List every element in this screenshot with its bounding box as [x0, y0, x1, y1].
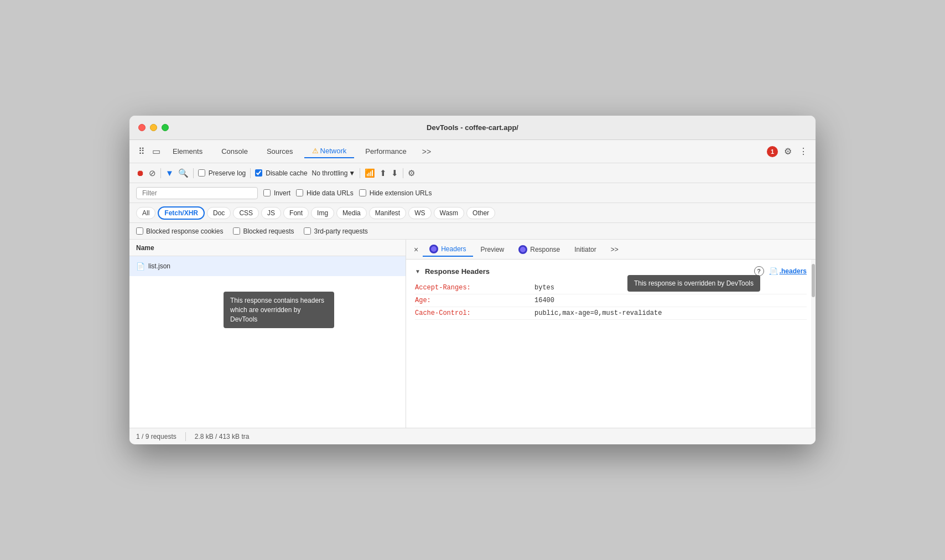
device-icon[interactable]: ▭	[150, 146, 162, 157]
disable-cache-checkbox[interactable]	[255, 169, 262, 177]
tab-response[interactable]: Response	[512, 243, 567, 256]
throttle-arrow: ▼	[349, 169, 355, 177]
header-row-cache-control: Cache-Control: public,max-age=0,must-rev…	[415, 307, 807, 320]
requests-header: Name	[129, 240, 406, 256]
blocked-cookies-label: Blocked response cookies	[146, 227, 223, 235]
separator4	[360, 168, 360, 178]
third-party-label: 3rd-party requests	[314, 227, 367, 235]
filter-manifest[interactable]: Manifest	[369, 207, 406, 219]
record-icon[interactable]: ⏺	[136, 168, 144, 178]
filter-all[interactable]: All	[136, 207, 155, 219]
filter-fetch-xhr[interactable]: Fetch/XHR	[158, 206, 205, 220]
headers-override-dot	[429, 245, 438, 253]
settings-icon[interactable]: ⚙	[782, 146, 793, 157]
tab-preview[interactable]: Preview	[474, 243, 511, 256]
name-column-header: Name	[136, 244, 154, 252]
tab-sources[interactable]: Sources	[259, 145, 301, 158]
filter-row: Invert Hide data URLs Hide extension URL…	[129, 183, 816, 203]
header-name-accept-ranges: Accept-Ranges:	[415, 284, 526, 292]
request-row[interactable]: 📄 list.json This response contains heade…	[129, 256, 406, 276]
header-name-cache-control: Cache-Control:	[415, 309, 526, 317]
statusbar: 1 / 9 requests 2.8 kB / 413 kB tra	[129, 428, 816, 444]
throttle-label: No throttling	[312, 169, 348, 177]
response-tooltip: This response is overridden by DevTools	[627, 275, 760, 292]
header-value-accept-ranges: bytes	[534, 284, 554, 292]
more-options-icon[interactable]: ⋮	[798, 146, 809, 157]
invert-checkbox[interactable]	[263, 189, 271, 196]
more-tabs-button[interactable]: >>	[418, 145, 435, 158]
details-tabs: × Headers Preview Response Initiator >>	[406, 240, 816, 260]
filter-ws[interactable]: WS	[408, 207, 431, 219]
tab-performance[interactable]: Performance	[357, 145, 414, 158]
scrollbar-thumb[interactable]	[812, 264, 815, 297]
hide-data-urls-checkbox-row[interactable]: Hide data URLs	[296, 189, 354, 197]
blocked-cookies-checkbox[interactable]	[136, 227, 143, 235]
filter-input[interactable]	[136, 187, 258, 199]
network-settings-icon[interactable]: ⚙	[408, 168, 415, 178]
tab-initiator[interactable]: Initiator	[568, 243, 603, 256]
tab-elements[interactable]: Elements	[165, 145, 210, 158]
request-count: 1 / 9 requests	[136, 433, 176, 440]
devtools-window: DevTools - coffee-cart.app/ ⠿ ▭ Elements…	[129, 116, 816, 444]
block-row: Blocked response cookies Blocked request…	[129, 223, 816, 240]
filter-icon[interactable]: ▼	[165, 168, 174, 178]
close-details-button[interactable]: ×	[411, 243, 422, 256]
clear-icon[interactable]: ⊘	[149, 168, 156, 178]
preserve-log-checkbox[interactable]	[198, 169, 205, 177]
filter-wasm[interactable]: Wasm	[434, 207, 465, 219]
tab-headers[interactable]: Headers	[423, 242, 472, 257]
search-icon[interactable]: 🔍	[178, 168, 189, 178]
filter-doc[interactable]: Doc	[207, 207, 231, 219]
scrollbar-track[interactable]	[811, 260, 816, 428]
window-controls	[138, 124, 169, 131]
invert-checkbox-row[interactable]: Invert	[263, 189, 290, 197]
filter-img[interactable]: Img	[311, 207, 334, 219]
details-panel: × Headers Preview Response Initiator >>	[406, 240, 816, 428]
header-name-age: Age:	[415, 297, 526, 304]
response-override-dot	[518, 245, 527, 254]
maximize-button[interactable]	[162, 124, 169, 131]
main-content: Name 📄 list.json This response contains …	[129, 240, 816, 428]
filter-media[interactable]: Media	[336, 207, 367, 219]
network-toolbar: ⏺ ⊘ ▼ 🔍 Preserve log Disable cache No th…	[129, 163, 816, 183]
separator5	[403, 168, 403, 178]
section-actions: ? 📄 .headers	[754, 266, 807, 276]
third-party-row[interactable]: 3rd-party requests	[304, 227, 367, 235]
headers-file-doc-icon: 📄	[770, 267, 778, 275]
invert-label: Invert	[274, 189, 290, 197]
tab-preview-label: Preview	[481, 246, 505, 253]
tab-more[interactable]: >>	[604, 243, 625, 256]
toolbar-right: 1 ⚙ ⋮	[767, 146, 809, 157]
blocked-requests-row[interactable]: Blocked requests	[233, 227, 294, 235]
close-button[interactable]	[138, 124, 146, 131]
hide-ext-urls-checkbox-row[interactable]: Hide extension URLs	[359, 189, 432, 197]
hide-data-urls-checkbox[interactable]	[296, 189, 303, 196]
tab-more-label: >>	[611, 246, 619, 253]
disable-cache-checkbox-row[interactable]: Disable cache	[255, 169, 307, 177]
blocked-requests-checkbox[interactable]	[233, 227, 240, 235]
upload-icon[interactable]: ⬆	[380, 168, 387, 178]
throttle-select[interactable]: No throttling ▼	[312, 169, 356, 177]
blocked-cookies-row[interactable]: Blocked response cookies	[136, 227, 223, 235]
cursor-icon[interactable]: ⠿	[136, 146, 147, 157]
headers-file-link[interactable]: 📄 .headers	[770, 267, 807, 275]
hide-ext-urls-checkbox[interactable]	[359, 189, 366, 196]
headers-file-label: .headers	[780, 267, 807, 275]
tab-console[interactable]: Console	[214, 145, 256, 158]
tab-network[interactable]: ⚠Network	[304, 144, 355, 158]
minimize-button[interactable]	[150, 124, 157, 131]
filter-js[interactable]: JS	[261, 207, 281, 219]
wifi-icon[interactable]: 📶	[365, 168, 375, 178]
filter-other[interactable]: Other	[466, 207, 495, 219]
filter-font[interactable]: Font	[283, 207, 309, 219]
titlebar: DevTools - coffee-cart.app/	[129, 116, 816, 140]
download-icon[interactable]: ⬇	[391, 168, 398, 178]
third-party-checkbox[interactable]	[304, 227, 311, 235]
preserve-log-checkbox-row[interactable]: Preserve log	[198, 169, 246, 177]
separator3	[250, 168, 251, 178]
type-filter-row: All Fetch/XHR Doc CSS JS Font Img Media …	[129, 203, 816, 223]
filter-css[interactable]: CSS	[233, 207, 259, 219]
requests-panel: Name 📄 list.json This response contains …	[129, 240, 406, 428]
header-value-age: 16400	[534, 297, 554, 304]
hide-data-urls-label: Hide data URLs	[307, 189, 354, 197]
